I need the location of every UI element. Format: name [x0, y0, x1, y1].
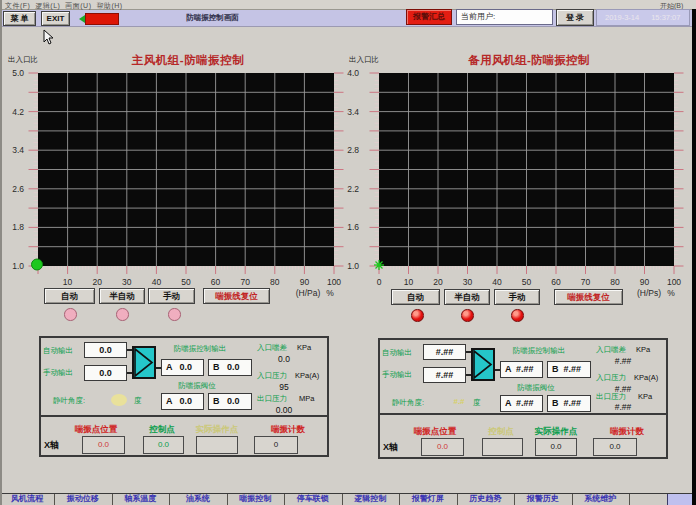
svg-text:1.8: 1.8	[12, 222, 24, 232]
svg-text:40: 40	[492, 277, 502, 287]
svg-text:30: 30	[463, 277, 473, 287]
svg-text:80: 80	[610, 277, 620, 287]
svg-text:出入口比: 出入口比	[8, 55, 38, 64]
svg-text:50: 50	[522, 277, 532, 287]
svg-text:4.0: 4.0	[347, 68, 359, 78]
svg-text:3.4: 3.4	[347, 107, 359, 117]
svg-text:20: 20	[92, 277, 102, 287]
svg-text:60: 60	[551, 277, 561, 287]
svg-text:(H/Ps): (H/Ps)	[637, 288, 661, 298]
svg-text:10: 10	[63, 277, 73, 287]
svg-text:10: 10	[404, 277, 414, 287]
svg-text:2.8: 2.8	[347, 145, 359, 155]
svg-text:%: %	[667, 288, 675, 298]
svg-text:50: 50	[181, 277, 191, 287]
svg-text:2.6: 2.6	[12, 184, 24, 194]
svg-text:1.0: 1.0	[12, 261, 24, 271]
svg-text:80: 80	[270, 277, 280, 287]
svg-text:%: %	[326, 288, 334, 298]
svg-text:70: 70	[581, 277, 591, 287]
svg-text:出入口比: 出入口比	[349, 55, 379, 64]
svg-text:5.0: 5.0	[12, 68, 24, 78]
svg-text:20: 20	[433, 277, 443, 287]
svg-text:4.2: 4.2	[12, 107, 24, 117]
svg-text:3.4: 3.4	[12, 145, 24, 155]
svg-text:60: 60	[211, 277, 221, 287]
svg-text:40: 40	[152, 277, 162, 287]
svg-text:(H/Pa): (H/Pa)	[296, 288, 321, 298]
svg-text:1.0: 1.0	[347, 261, 359, 271]
svg-text:100: 100	[667, 277, 681, 287]
svg-text:1.6: 1.6	[347, 222, 359, 232]
svg-text:90: 90	[300, 277, 310, 287]
svg-text:0: 0	[377, 277, 382, 287]
svg-text:100: 100	[327, 277, 341, 287]
svg-text:30: 30	[122, 277, 132, 287]
svg-text:2.2: 2.2	[347, 184, 359, 194]
svg-text:70: 70	[240, 277, 250, 287]
svg-text:90: 90	[640, 277, 650, 287]
